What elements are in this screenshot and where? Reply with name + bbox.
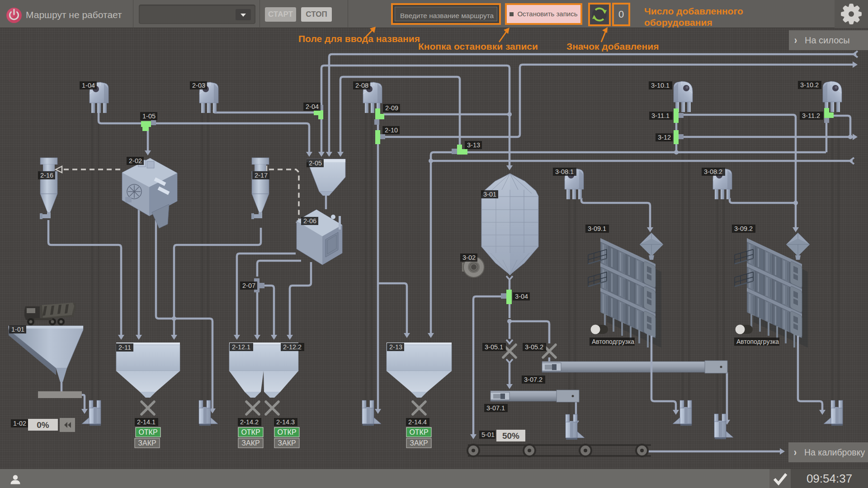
svg-text:3-11.2: 3-11.2 [802, 112, 820, 119]
svg-text:3-09.1: 3-09.1 [588, 225, 606, 232]
svg-text:3-10.2: 3-10.2 [800, 81, 819, 89]
svg-text:3-09.2: 3-09.2 [734, 225, 753, 232]
svg-text:1-05: 1-05 [142, 113, 156, 120]
svg-text:2-11: 2-11 [118, 344, 131, 351]
svg-text:2-05: 2-05 [309, 160, 322, 167]
svg-text:2-17: 2-17 [255, 172, 268, 179]
svg-text:Автоподгрузка: Автоподгрузка [736, 338, 779, 345]
svg-text:2-14.4: 2-14.4 [408, 418, 427, 426]
svg-text:2-04: 2-04 [306, 103, 319, 110]
svg-text:2-16: 2-16 [40, 172, 53, 179]
svg-text:3-07.2: 3-07.2 [524, 376, 542, 383]
svg-text:Автоподгрузка: Автоподгрузка [592, 338, 634, 345]
svg-text:2-12.2: 2-12.2 [283, 343, 302, 351]
svg-text:2-06: 2-06 [303, 217, 316, 225]
svg-text:3-10.1: 3-10.1 [651, 82, 670, 89]
svg-text:3-13: 3-13 [467, 141, 480, 149]
svg-text:5-01: 5-01 [481, 431, 495, 438]
svg-text:3-12: 3-12 [658, 134, 671, 141]
svg-text:3-08.1: 3-08.1 [555, 168, 574, 175]
svg-text:1-02: 1-02 [13, 420, 26, 427]
svg-text:1-01: 1-01 [11, 326, 24, 333]
svg-text:0%: 0% [37, 420, 49, 430]
svg-text:ОТКР: ОТКР [138, 428, 157, 436]
svg-text:ЗАКР: ЗАКР [410, 439, 428, 447]
svg-text:2-07: 2-07 [242, 282, 255, 289]
svg-text:2-14.3: 2-14.3 [276, 418, 295, 426]
svg-text:ЗАКР: ЗАКР [278, 439, 296, 447]
svg-text:2-12.1: 2-12.1 [232, 343, 250, 351]
svg-text:3-05.1: 3-05.1 [485, 343, 503, 351]
svg-text:2-13: 2-13 [389, 343, 402, 351]
svg-text:3-05.2: 3-05.2 [525, 343, 543, 351]
svg-text:ОТКР: ОТКР [409, 428, 428, 436]
svg-text:2-02: 2-02 [129, 157, 142, 164]
svg-text:1-04: 1-04 [82, 82, 95, 89]
svg-text:2-03: 2-03 [192, 82, 205, 89]
svg-text:2-14.2: 2-14.2 [240, 418, 259, 426]
svg-text:2-09: 2-09 [385, 104, 398, 112]
svg-text:3-04: 3-04 [515, 293, 528, 300]
svg-text:3-01: 3-01 [483, 191, 496, 198]
svg-text:ЗАКР: ЗАКР [138, 439, 156, 447]
svg-text:ОТКР: ОТКР [241, 428, 260, 436]
svg-text:50%: 50% [502, 431, 519, 441]
svg-text:ЗАКР: ЗАКР [241, 439, 259, 447]
svg-text:2-08: 2-08 [355, 82, 368, 89]
svg-text:3-02: 3-02 [462, 254, 476, 261]
svg-text:2-10: 2-10 [385, 127, 398, 134]
svg-text:2-14.1: 2-14.1 [137, 418, 156, 426]
svg-text:3-11.1: 3-11.1 [651, 112, 670, 119]
svg-text:3-07.1: 3-07.1 [486, 404, 505, 412]
svg-text:ОТКР: ОТКР [277, 428, 296, 436]
svg-text:3-08.2: 3-08.2 [704, 168, 722, 175]
